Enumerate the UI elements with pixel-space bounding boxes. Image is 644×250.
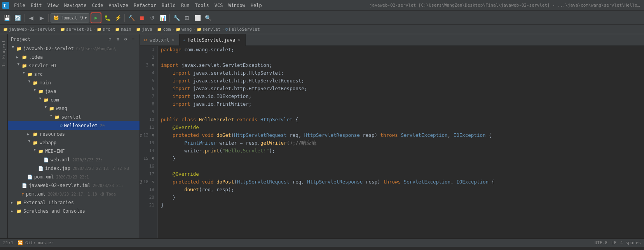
- fold-icon[interactable]: ▽: [150, 178, 154, 186]
- layout-button[interactable]: ⊞: [182, 13, 192, 23]
- code-line-11[interactable]: @Override: [161, 124, 641, 131]
- menu-window[interactable]: Window: [226, 2, 247, 9]
- menu-run[interactable]: Run: [179, 2, 192, 9]
- tree-item-wang[interactable]: ▶📁wang: [8, 104, 140, 113]
- menu-vcs[interactable]: VCS: [212, 2, 225, 9]
- breadcrumb-src[interactable]: 📁 src: [97, 27, 110, 32]
- tab-close-helloservlet[interactable]: ✕: [237, 38, 241, 42]
- menu-analyze[interactable]: Analyze: [106, 2, 131, 9]
- code-line-16[interactable]: [161, 163, 641, 170]
- menu-view[interactable]: View: [45, 2, 61, 9]
- tree-item-src[interactable]: ▶📁src: [8, 70, 140, 79]
- run-config-selector[interactable]: 🐱 Tomcat 9 ▼: [51, 13, 89, 23]
- code-line-5[interactable]: import javax.servlet.http.HttpServletReq…: [161, 77, 641, 85]
- tree-item-HelloServlet[interactable]: ©HelloServlet20: [8, 121, 140, 130]
- menu-file[interactable]: File: [12, 2, 28, 9]
- breadcrumb-project[interactable]: 📁 javaweb-02-servlet: [3, 27, 55, 32]
- code-line-8[interactable]: import java.io.PrintWriter;: [161, 100, 641, 108]
- fold-icon[interactable]: ▽: [150, 155, 154, 163]
- menu-edit[interactable]: Edit: [28, 2, 44, 9]
- breadcrumb-java[interactable]: 📁 java: [136, 27, 152, 32]
- tree-item-pom_root.xml[interactable]: mpom.xml2020/3/23 22:17, 1.18 kB Toda: [8, 190, 140, 198]
- reload-button[interactable]: ↺: [148, 13, 157, 23]
- tree-item-com[interactable]: ▶📁com: [8, 96, 140, 104]
- tree-item-main[interactable]: ▶📁main: [8, 79, 140, 87]
- sidebar-settings-button[interactable]: ⚙: [122, 36, 129, 42]
- tree-item-idea[interactable]: ▶📁.idea: [8, 53, 140, 61]
- tree-item-webapp[interactable]: ▶📁webapp: [8, 138, 140, 147]
- breadcrumb-servlet[interactable]: 📁 servlet: [197, 27, 220, 32]
- tree-item-label: .idea: [29, 54, 43, 60]
- code-line-2[interactable]: [161, 54, 641, 61]
- tab-helloservlet[interactable]: ☕ HelloServlet.java ✕: [180, 34, 246, 46]
- menu-code[interactable]: Code: [90, 2, 106, 9]
- tree-item-web.xml[interactable]: 📄web.xml2020/3/23 23:: [8, 156, 140, 164]
- code-line-3[interactable]: import javax.servlet.ServletException;: [161, 61, 641, 69]
- run-button[interactable]: ▶: [91, 12, 101, 23]
- sidebar-minimize-button[interactable]: −: [130, 36, 136, 42]
- code-line-12[interactable]: protected void doGet(HttpServletRequest …: [161, 131, 641, 139]
- build-button[interactable]: 🔨: [127, 13, 136, 23]
- code-line-10[interactable]: public class HelloServlet extends HttpSe…: [161, 116, 641, 124]
- sidebar-tree: ▶📁javaweb-02-servletC:\Users\WangZan\▶📁.…: [8, 44, 140, 238]
- code-line-20[interactable]: }: [161, 194, 641, 201]
- code-line-9[interactable]: [161, 108, 641, 116]
- tree-item-scratches[interactable]: ▶📁Scratches and Consoles: [8, 207, 140, 215]
- code-line-14[interactable]: writer.print("Hello,Servlet!");: [161, 147, 641, 155]
- code-line-18[interactable]: protected void doPost(HttpServletRequest…: [161, 178, 641, 186]
- tree-item-servlet-01[interactable]: ▶📁servlet-01: [8, 61, 140, 70]
- profile-button[interactable]: 📊: [158, 13, 168, 23]
- menu-tools[interactable]: Tools: [193, 2, 211, 9]
- save-button[interactable]: 💾: [2, 13, 12, 23]
- code-line-21[interactable]: }: [161, 201, 641, 209]
- menu-navigate[interactable]: Navigate: [62, 2, 89, 9]
- breadcrumb-helloservlet[interactable]: © HelloServlet: [225, 27, 260, 32]
- menu-build[interactable]: Build: [159, 2, 178, 9]
- line-number-11: 11: [149, 124, 154, 131]
- tree-item-external-libs[interactable]: ▶📁External Libraries: [8, 198, 140, 207]
- tab-web-xml[interactable]: 🗂 web.xml ✕: [140, 34, 180, 46]
- code-line-15[interactable]: }: [161, 155, 641, 163]
- code-line-19[interactable]: doGet(req, resp);: [161, 186, 641, 194]
- fold-icon[interactable]: ▽: [150, 61, 154, 69]
- sync-button[interactable]: 🔄: [13, 13, 22, 23]
- sidebar-add-button[interactable]: ⊕: [107, 36, 113, 42]
- breadcrumb-servlet01[interactable]: 📁 servlet-01: [60, 27, 92, 32]
- tree-item-pom.xml[interactable]: 📄pom.xml2020/3/23 22:1: [8, 173, 140, 181]
- external-button[interactable]: ⬜: [193, 13, 202, 23]
- wrench-button[interactable]: 🔧: [172, 13, 181, 23]
- code-line-7[interactable]: import java.io.IOException;: [161, 93, 641, 100]
- code-line-6[interactable]: import javax.servlet.http.HttpServletRes…: [161, 85, 641, 93]
- coverage-button[interactable]: ⚡: [113, 13, 122, 23]
- tree-item-resources[interactable]: ▶📁resources: [8, 130, 140, 138]
- status-encoding[interactable]: UTF-8: [595, 240, 607, 245]
- menu-help[interactable]: Help: [248, 2, 264, 9]
- sidebar-collapse-button[interactable]: ⇈: [115, 36, 121, 42]
- debug-button[interactable]: 🐛: [103, 13, 112, 23]
- project-panel-label[interactable]: 1: Project: [2, 40, 6, 67]
- code-line-4[interactable]: import javax.servlet.http.HttpServlet;: [161, 69, 641, 77]
- fold-icon[interactable]: ▽: [150, 131, 154, 139]
- back-button[interactable]: ◀: [26, 13, 36, 23]
- stop-button[interactable]: ⏹: [137, 13, 147, 23]
- tree-item-java[interactable]: ▶📁java: [8, 87, 140, 96]
- tab-close-web-xml[interactable]: ✕: [171, 38, 175, 42]
- breadcrumb-wang[interactable]: 📁 wang: [176, 27, 192, 32]
- status-indent[interactable]: 4 spaces: [620, 240, 641, 245]
- forward-button[interactable]: ▶: [37, 13, 46, 23]
- menu-refactor[interactable]: Refactor: [131, 2, 159, 9]
- tree-item-javaweb-02-servlet[interactable]: ▶📁javaweb-02-servletC:\Users\WangZan\: [8, 44, 140, 53]
- code-line-1[interactable]: package com.wang.servlet;: [161, 46, 641, 54]
- breadcrumb-main[interactable]: 📁 main: [115, 27, 131, 32]
- code-line-17[interactable]: @Override: [161, 170, 641, 178]
- status-line-sep[interactable]: LF: [611, 240, 616, 245]
- tree-item-servlet[interactable]: ▶📁servlet: [8, 113, 140, 121]
- tree-item-index.jsp[interactable]: 📄index.jsp2020/3/23 22:18, 2.72 kB: [8, 164, 140, 173]
- tree-item-javaweb-02-servlet.iml[interactable]: 📄javaweb-02-servlet.iml2020/3/23 21:: [8, 181, 140, 190]
- tree-item-WEB-INF[interactable]: ▶📁WEB-INF: [8, 147, 140, 156]
- code-content[interactable]: package com.wang.servlet; import javax.s…: [158, 46, 644, 238]
- breadcrumb-com[interactable]: 📁 com: [157, 27, 171, 32]
- tree-arrow: ▶: [38, 98, 42, 102]
- search-everywhere-button[interactable]: 🔍: [203, 13, 213, 23]
- code-line-13[interactable]: PrintWriter writer = resp.getWriter();//…: [161, 139, 641, 147]
